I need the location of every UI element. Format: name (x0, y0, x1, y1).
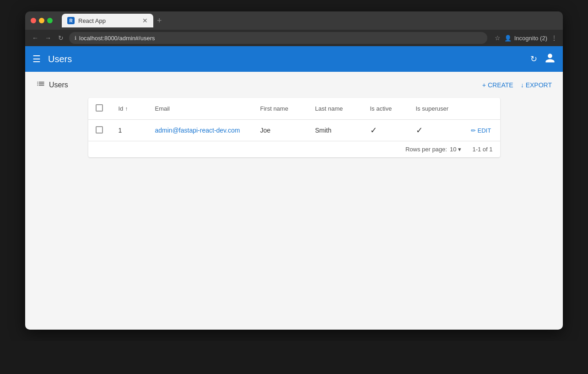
page-header-left: Users (36, 79, 68, 91)
page-content: Users + CREATE ↓ EXPORT (25, 72, 563, 165)
tab-bar: R React App ✕ + (62, 14, 557, 27)
back-button[interactable]: ← (31, 34, 40, 42)
app-navbar-title: Users (48, 54, 530, 64)
th-firstname[interactable]: First name (253, 98, 308, 120)
bookmark-icon[interactable]: ☆ (495, 34, 501, 42)
plus-icon: + (482, 81, 486, 89)
data-table: Id ↑ Email First name Last (88, 98, 500, 141)
refresh-icon[interactable]: ↻ (530, 54, 537, 64)
list-icon (36, 79, 45, 91)
account-icon[interactable] (545, 53, 556, 66)
incognito-label: Incognito (2) (514, 35, 547, 42)
app-navbar: ☰ Users ↻ (25, 46, 563, 72)
th-lastname[interactable]: Last name (308, 98, 363, 120)
sort-icon: ↑ (125, 106, 128, 112)
tab-close-button[interactable]: ✕ (142, 17, 148, 24)
new-tab-button[interactable]: + (157, 16, 162, 26)
close-button[interactable] (31, 18, 36, 23)
edit-icon: ✏ (471, 127, 476, 134)
forward-button[interactable]: → (43, 34, 53, 42)
th-issuperuser[interactable]: Is superuser (409, 98, 464, 120)
info-icon: ℹ (75, 35, 76, 41)
th-email[interactable]: Email (148, 98, 253, 120)
row-checkbox-cell (88, 120, 111, 141)
create-button[interactable]: + CREATE (482, 81, 513, 89)
rows-per-page-select[interactable]: 10 ▾ (450, 146, 461, 153)
tab-favicon: R (67, 17, 75, 24)
row-actions: ✏ EDIT (464, 120, 500, 141)
browser-tab[interactable]: R React App ✕ (62, 14, 153, 27)
address-bar: ← → ↻ ℹ localhost:8000/admin#/users ☆ 👤 … (25, 30, 563, 46)
edit-button[interactable]: ✏ EDIT (471, 127, 493, 134)
menu-icon[interactable]: ☰ (32, 53, 41, 64)
page-header: Users + CREATE ↓ EXPORT (36, 79, 552, 91)
row-id: 1 (111, 120, 148, 141)
pagination-info: 1-1 of 1 (472, 146, 492, 153)
traffic-lights (31, 18, 53, 23)
incognito-info: 👤 Incognito (2) (504, 35, 547, 42)
select-all-checkbox[interactable] (96, 104, 103, 112)
browser-titlebar: R React App ✕ + (25, 11, 563, 30)
more-options-icon[interactable]: ⋮ (551, 34, 557, 42)
row-email: admin@fastapi-react-dev.com (148, 120, 253, 141)
table-header-row: Id ↑ Email First name Last (88, 98, 500, 120)
data-table-container: Id ↑ Email First name Last (88, 98, 500, 157)
address-text: localhost:8000/admin#/users (79, 35, 155, 42)
rows-per-page-label: Rows per page: (405, 146, 447, 153)
dropdown-icon: ▾ (458, 146, 461, 153)
page-title: Users (49, 81, 68, 89)
th-id[interactable]: Id ↑ (111, 98, 148, 120)
table-row: 1 admin@fastapi-react-dev.com Joe Smith … (88, 120, 500, 141)
isactive-checkmark: ✓ (370, 126, 377, 135)
th-isactive[interactable]: Is active (363, 98, 409, 120)
th-actions (464, 98, 500, 120)
browser-actions: ☆ 👤 Incognito (2) ⋮ (495, 34, 557, 42)
reload-button[interactable]: ↻ (56, 34, 65, 42)
issuperuser-checkmark: ✓ (416, 126, 423, 135)
email-link[interactable]: admin@fastapi-react-dev.com (155, 127, 240, 134)
export-button[interactable]: ↓ EXPORT (521, 81, 552, 89)
tab-title: React App (78, 17, 106, 24)
row-issuperuser: ✓ (409, 120, 464, 141)
maximize-button[interactable] (47, 18, 53, 23)
row-lastname: Smith (308, 120, 363, 141)
row-firstname: Joe (253, 120, 308, 141)
download-icon: ↓ (521, 81, 524, 89)
th-checkbox (88, 98, 111, 120)
page-header-right: + CREATE ↓ EXPORT (482, 81, 552, 89)
navbar-actions: ↻ (530, 53, 556, 66)
minimize-button[interactable] (39, 18, 44, 23)
row-checkbox[interactable] (96, 126, 103, 134)
browser-window: R React App ✕ + ← → ↻ ℹ localhost:8000/a… (25, 11, 563, 330)
incognito-icon: 👤 (504, 35, 512, 42)
table-footer: Rows per page: 10 ▾ 1-1 of 1 (88, 141, 500, 157)
row-isactive: ✓ (363, 120, 409, 141)
rows-per-page-value: 10 (450, 146, 456, 153)
rows-per-page: Rows per page: 10 ▾ (405, 146, 462, 153)
table-body: 1 admin@fastapi-react-dev.com Joe Smith … (88, 120, 500, 141)
table-header: Id ↑ Email First name Last (88, 98, 500, 120)
app-content: ☰ Users ↻ (25, 46, 563, 330)
address-field[interactable]: ℹ localhost:8000/admin#/users (69, 32, 487, 44)
